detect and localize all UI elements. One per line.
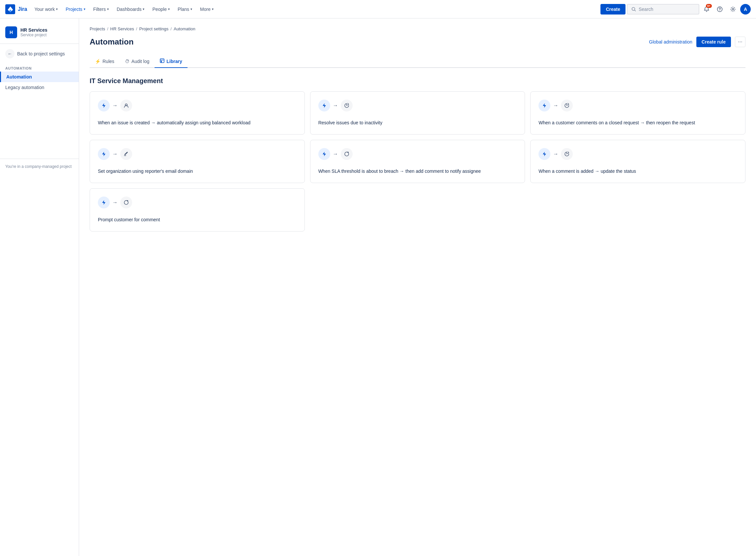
card-text: When an issue is created → automatically…: [98, 119, 297, 126]
automation-card-5[interactable]: → When SLA threshold is about to breach …: [310, 140, 525, 183]
main-content: Projects / HR Services / Project setting…: [79, 19, 756, 556]
nav-people[interactable]: People ▾: [149, 5, 173, 14]
chevron-down-icon: ▾: [190, 7, 192, 11]
bolt-icon: [101, 103, 107, 108]
help-button[interactable]: [714, 3, 726, 15]
project-avatar: H: [5, 26, 17, 38]
svg-rect-5: [160, 59, 164, 63]
card-text: When a comment is added → update the sta…: [538, 168, 737, 175]
automation-card-4[interactable]: → Set organization using reporter's emai…: [90, 140, 305, 183]
section-title: IT Service Management: [90, 77, 746, 85]
card-icons: →: [98, 100, 297, 111]
sidebar-project: H HR Services Service project: [0, 24, 79, 44]
nav-your-work[interactable]: Your work ▾: [31, 5, 61, 14]
library-icon: [160, 58, 164, 64]
automation-card-3[interactable]: → When a customer comments on a closed r…: [530, 91, 746, 135]
svg-point-3: [719, 10, 720, 11]
sidebar-item-legacy-automation[interactable]: Legacy automation: [0, 82, 79, 93]
cards-grid: → When an issue is created → automatical…: [90, 91, 746, 232]
sidebar-section-title: AUTOMATION: [0, 61, 79, 72]
avatar[interactable]: A: [740, 4, 751, 14]
search-input[interactable]: Search: [627, 4, 699, 14]
trigger-icon: [98, 100, 110, 111]
card-text: When a customer comments on a closed req…: [538, 119, 737, 126]
trigger-icon: [98, 197, 110, 208]
card-icons: →: [318, 100, 517, 111]
logo[interactable]: Jira: [5, 4, 27, 14]
more-options-button[interactable]: ···: [735, 37, 746, 47]
card-icons: →: [318, 148, 517, 160]
page-actions: Global administration Create rule ···: [649, 37, 746, 47]
card-icons: →: [538, 148, 737, 160]
tab-library[interactable]: Library: [155, 55, 187, 68]
chevron-down-icon: ▾: [143, 7, 144, 11]
breadcrumb-hr-services[interactable]: HR Services: [110, 26, 134, 31]
notification-count: 9+: [706, 4, 712, 8]
nav-more[interactable]: More ▾: [197, 5, 217, 14]
sidebar: H HR Services Service project ← Back to …: [0, 19, 79, 556]
notifications-button[interactable]: 9+: [701, 3, 713, 15]
card-text: Resolve issues due to inactivity: [318, 119, 517, 126]
card-icons: →: [98, 148, 297, 160]
clock-icon: ⏱: [125, 59, 129, 64]
chevron-down-icon: ▾: [212, 7, 214, 11]
automation-card-6[interactable]: → When a comment is added → update the s…: [530, 140, 746, 183]
action-icon: [120, 148, 132, 160]
sidebar-item-automation[interactable]: Automation: [0, 72, 79, 82]
chevron-down-icon: ▾: [168, 7, 170, 11]
topnav: Jira Your work ▾ Projects ▾ Filters ▾ Da…: [0, 0, 756, 19]
card-icons: →: [98, 197, 297, 208]
breadcrumb-projects[interactable]: Projects: [90, 26, 105, 31]
breadcrumb-project-settings[interactable]: Project settings: [139, 26, 168, 31]
nav-plans[interactable]: Plans ▾: [174, 5, 195, 14]
settings-button[interactable]: [727, 3, 739, 15]
lightning-icon: ⚡: [95, 59, 101, 64]
gear-icon: [730, 6, 736, 12]
trigger-icon: [98, 148, 110, 160]
action-icon: [120, 197, 132, 208]
tabs: ⚡ Rules ⏱ Audit log Library: [90, 55, 746, 68]
trigger-icon: [538, 100, 551, 111]
automation-card-7[interactable]: → Prompt customer for comment: [90, 188, 305, 232]
action-icon: [561, 148, 573, 160]
nav-projects[interactable]: Projects ▾: [62, 5, 89, 14]
svg-point-4: [732, 8, 734, 10]
breadcrumb: Projects / HR Services / Project setting…: [90, 26, 746, 31]
card-text: Prompt customer for comment: [98, 216, 297, 223]
help-icon: [717, 6, 723, 12]
automation-card-1[interactable]: → When an issue is created → automatical…: [90, 91, 305, 135]
breadcrumb-automation: Automation: [174, 26, 195, 31]
tab-rules[interactable]: ⚡ Rules: [90, 55, 120, 68]
chevron-down-icon: ▾: [56, 7, 58, 11]
trigger-icon: [318, 100, 330, 111]
trigger-icon: [538, 148, 551, 160]
action-icon: [341, 148, 353, 160]
tab-audit-log[interactable]: ⏱ Audit log: [120, 55, 155, 68]
action-icon: [341, 100, 353, 111]
nav-filters[interactable]: Filters ▾: [90, 5, 112, 14]
card-icons: →: [538, 100, 737, 111]
create-rule-button[interactable]: Create rule: [696, 37, 731, 47]
create-button[interactable]: Create: [600, 4, 626, 14]
search-icon: [632, 7, 636, 11]
logo-text: Jira: [18, 6, 27, 12]
action-icon: [561, 100, 573, 111]
project-type: Service project: [21, 33, 47, 37]
chevron-down-icon: ▾: [84, 7, 85, 11]
trigger-icon: [318, 148, 330, 160]
nav-dashboards[interactable]: Dashboards ▾: [113, 5, 148, 14]
card-text: When SLA threshold is about to breach → …: [318, 168, 517, 175]
project-name: HR Services: [21, 27, 47, 33]
sidebar-bottom-text: You're in a company-managed project: [0, 159, 79, 174]
chevron-down-icon: ▾: [107, 7, 109, 11]
page-title: Automation: [90, 37, 134, 46]
automation-card-2[interactable]: → Resolve issues due to inactivity: [310, 91, 525, 135]
page-header: Automation Global administration Create …: [90, 37, 746, 47]
svg-rect-6: [161, 61, 162, 62]
back-icon: ←: [5, 49, 14, 58]
card-text: Set organization using reporter's email …: [98, 168, 297, 175]
back-to-project-settings-button[interactable]: ← Back to project settings: [0, 46, 79, 61]
action-icon: [120, 100, 132, 111]
global-administration-link[interactable]: Global administration: [649, 39, 692, 44]
